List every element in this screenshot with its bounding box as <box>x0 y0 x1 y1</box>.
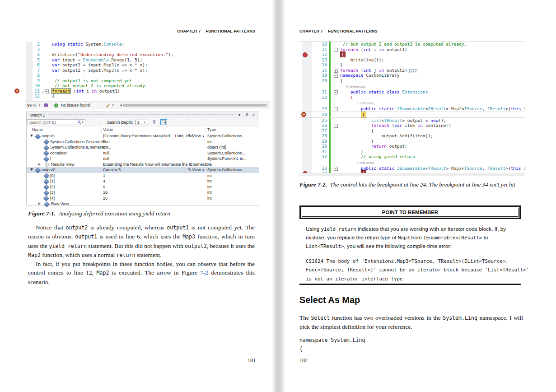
code-token: return <box>371 144 387 149</box>
code-token: foreach <box>371 123 389 128</box>
watch-title-bar: Watch 1 ▼ × <box>27 112 259 118</box>
code-token <box>340 123 371 128</box>
collapse-region-icon: − <box>334 124 338 128</box>
paragraph: Notice that output2 is already computed,… <box>28 223 255 260</box>
code-text: public static IEnumerable<TResult> Map3<… <box>340 166 525 171</box>
code-token: > output = <box>402 118 430 123</box>
inline-code: Select <box>311 315 330 321</box>
running-head-chapter: CHAPTER 7 <box>177 28 201 33</box>
breakpoint-margin <box>299 57 312 63</box>
code-token: int <box>76 89 84 93</box>
column-separator <box>206 127 206 134</box>
watch-value: 0 <box>103 139 105 145</box>
code-text: foreach (int i in output1) <box>52 89 120 94</box>
page-number-left: 181 <box>28 357 256 364</box>
watch-value: 4 <box>103 178 105 184</box>
chevron-down-icon: ▼ <box>202 135 205 138</box>
view-button: View ▼ <box>180 133 205 140</box>
watch-search-toolbar: Search (Ctrl+E) ▼ ← → Search Depth: 3 ▼ <box>27 118 259 126</box>
watch-type: int <box>207 139 212 145</box>
code-token: Range <box>112 57 125 62</box>
code-line: 7var output2 = input.Map2(x => x * x); <box>14 68 270 73</box>
book-gutter <box>272 0 285 392</box>
feedback-icon <box>44 103 48 107</box>
text-run: is executed. The arrow in Figure <box>109 269 200 276</box>
horizontal-scrollbar <box>122 103 269 107</box>
code-text: List<TResult> output = new(); <box>340 118 446 123</box>
code-token: this <box>511 166 521 171</box>
close-icon: × <box>252 113 255 117</box>
code-token: } <box>340 149 363 154</box>
code-token: var <box>394 123 402 128</box>
code-token <box>340 57 350 62</box>
code-text: public static IEnumerable<TResult> Map2<… <box>340 106 525 112</box>
paragraph: In fact, if you put breakpoints in these… <box>28 260 255 286</box>
line-number: 7 <box>26 68 41 73</box>
breakpoint-margin <box>14 83 26 89</box>
figure-reference-link[interactable]: 7-2 <box>200 269 208 276</box>
breakpoint-margin <box>14 78 26 84</box>
chevron-down-icon: ▼ <box>81 121 84 124</box>
line-number: 2 <box>26 42 41 47</box>
line-number: 22 <box>312 95 331 100</box>
breakpoint-margin <box>299 42 312 47</box>
line-number: 23 <box>312 106 331 112</box>
code-token: { <box>52 93 55 98</box>
watch-value: null <box>103 156 109 162</box>
error-line: Func<TSource, TResult>)' cannot be an it… <box>306 266 522 274</box>
watch-name: [1] <box>50 178 55 184</box>
check-circle-icon: ✓ <box>54 103 58 107</box>
code-token: int <box>364 68 371 73</box>
watch-value-icon <box>35 134 41 140</box>
codelens-reference-count: 1 reference <box>299 100 525 106</box>
code-token: { <box>340 128 374 133</box>
inline-code: Map2 <box>28 252 41 258</box>
code-token <box>340 118 371 123</box>
code-token: in <box>92 89 97 93</box>
expander-open-icon <box>30 168 33 171</box>
editor-status-bar: 99 % ▼ ✓ No issues found ▼ ◀ <box>25 101 270 109</box>
code-line: 26− foreach (var item in container) <box>299 123 525 128</box>
code-text: foreach (var item in container) <box>340 123 451 128</box>
chevron-down-icon: ▼ <box>112 104 114 107</box>
code-listing: namespace System.Linq{ <box>299 336 365 354</box>
expand-region-icon: + <box>334 69 338 73</box>
search-placeholder: Search (Ctrl+E) <box>29 120 77 125</box>
inline-code: output1 <box>75 233 97 240</box>
breakpoint-brace-highlight: { <box>340 51 346 57</box>
code-token: Add <box>400 133 407 138</box>
separator <box>102 103 102 107</box>
code-token: ); <box>168 52 173 57</box>
book-spread: CHAPTER 7FUNCTIONAL PATTERNS 2using stat… <box>0 0 556 392</box>
code-token: output. <box>340 133 400 138</box>
watch-row: containernullSystem.Collections.... <box>27 150 259 156</box>
column-separator <box>101 127 102 134</box>
breakpoint-margin <box>299 149 312 154</box>
code-listing-line: namespace System.Linq <box>299 336 365 345</box>
text-run: is used in line 6, which uses the <box>97 233 182 240</box>
line-number: 11 <box>312 47 331 52</box>
inline-code: return <box>117 252 135 258</box>
inline-code: IEnumerable<TResult> <box>423 235 482 241</box>
code-token: // output1 is not computed yet <box>52 78 132 83</box>
code-token: Enumerable <box>83 57 109 62</box>
breakpoint-margin <box>14 68 26 73</box>
inline-code: List<TResult> <box>306 243 344 249</box>
search-depth-select: 3 ▼ <box>135 120 148 125</box>
code-text: { <box>340 78 343 84</box>
code-line: 6var output1 = input.Map3(x => x * x); <box>14 62 270 68</box>
code-text: return output; <box>340 144 407 149</box>
code-line: 2using static System.Console; <box>14 42 270 47</box>
code-text: var output1 = input.Map3(x => x * x); <box>52 62 148 68</box>
code-line: 24 { <box>299 112 525 118</box>
code-text: var input = Enumerable.Range(1, 5); <box>52 57 142 63</box>
watch-row: Results ViewExpanding the Results View w… <box>27 162 259 168</box>
line-number: 32 <box>312 154 331 159</box>
inline-code: yield return <box>321 226 356 232</box>
code-text: // using yield return <box>340 154 415 159</box>
code-token: input = <box>60 57 83 62</box>
codelens-reference-count: 0 references <box>299 83 525 89</box>
code-text: } <box>340 149 363 154</box>
code-token: in <box>379 68 384 73</box>
point-to-remember-box: POINT TO REMEMBER <box>299 205 521 219</box>
